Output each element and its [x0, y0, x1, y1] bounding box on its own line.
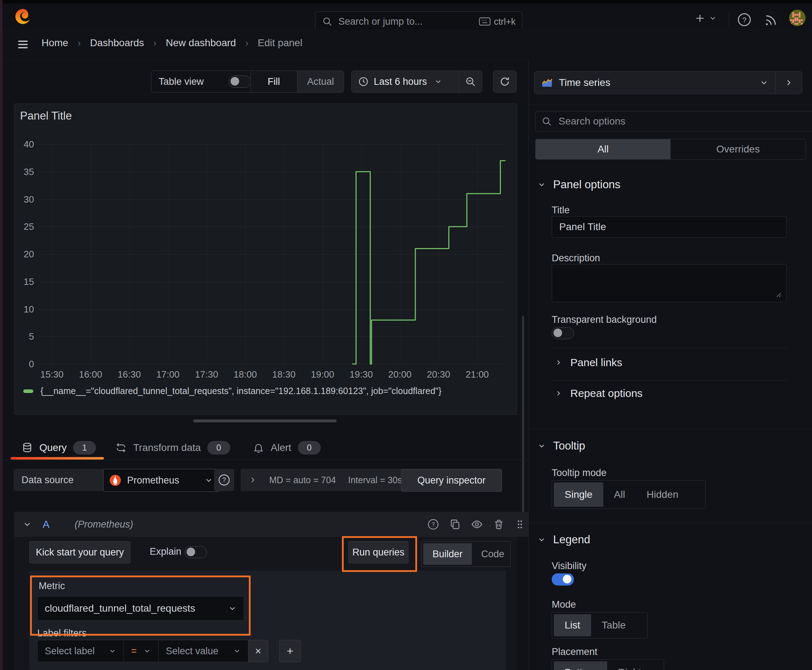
- run-queries-button[interactable]: Run queries: [348, 541, 409, 563]
- breadcrumb: Home › Dashboards › New dashboard › Edit…: [42, 37, 302, 49]
- legend-visibility-toggle[interactable]: [552, 574, 574, 585]
- tab-query[interactable]: Query 1: [22, 441, 96, 455]
- options-search[interactable]: [535, 111, 812, 132]
- description-textarea[interactable]: [552, 264, 787, 302]
- panel-options-header: Panel options: [553, 178, 620, 191]
- chevron-right-icon: ›: [243, 37, 251, 49]
- options-search-input[interactable]: [558, 115, 811, 127]
- tab-query-label: Query: [39, 442, 66, 453]
- code-option[interactable]: Code: [472, 543, 514, 565]
- tooltip-section[interactable]: Tooltip: [537, 440, 585, 452]
- tooltip-mode-label: Tooltip mode: [552, 467, 607, 479]
- visualization-select[interactable]: Time series: [534, 71, 775, 94]
- query-datasource-hint: (Prometheus): [75, 519, 133, 530]
- refresh-button[interactable]: [493, 71, 517, 93]
- legend-header: Legend: [553, 533, 590, 546]
- chevron-down-icon: [434, 78, 442, 86]
- pane-resize-handle[interactable]: [193, 420, 337, 422]
- title-label: Title: [552, 205, 570, 216]
- chevron-down-icon: [759, 78, 769, 87]
- breadcrumb-dashboards[interactable]: Dashboards: [90, 37, 144, 49]
- explain-label: Explain: [150, 546, 181, 557]
- panel-title-input[interactable]: [552, 216, 787, 238]
- tab-alert-label: Alert: [271, 442, 292, 453]
- hairline: [552, 380, 787, 381]
- tooltip-mode-all[interactable]: All: [603, 482, 636, 507]
- panel-preview-card: Panel Title 051015202530354015:3016:0016…: [14, 103, 517, 415]
- left-pane-scrollbar[interactable]: [522, 316, 524, 530]
- grafana-logo[interactable]: [14, 8, 32, 25]
- resize-grip-icon: [775, 291, 784, 298]
- add-button[interactable]: [694, 12, 717, 24]
- select-label-dropdown[interactable]: Select label: [37, 640, 124, 662]
- legend-placement-right[interactable]: Right: [607, 662, 652, 670]
- remove-filter-button[interactable]: ×: [248, 640, 268, 662]
- options-filter-tabs: All Overrides: [535, 139, 806, 160]
- eye-icon[interactable]: [471, 518, 483, 530]
- kick-start-query-button[interactable]: Kick start your query: [29, 541, 131, 563]
- search-icon: [541, 116, 552, 127]
- shortcut-hint: ctrl+k: [479, 17, 515, 27]
- sidebar-divider: [529, 105, 812, 105]
- tooltip-mode-hidden[interactable]: Hidden: [636, 482, 689, 507]
- tab-transform[interactable]: Transform data 0: [115, 441, 230, 455]
- metric-select[interactable]: cloudflared_tunnel_total_requests: [37, 596, 244, 621]
- global-search[interactable]: ctrl+k: [315, 12, 522, 32]
- panel-options-section[interactable]: Panel options: [537, 178, 620, 191]
- hairline: [552, 348, 787, 348]
- add-filter-button[interactable]: +: [279, 640, 301, 662]
- time-range-picker[interactable]: Last 6 hours: [352, 71, 459, 92]
- chevron-down-icon[interactable]: [22, 520, 32, 529]
- drag-handle-icon[interactable]: [514, 519, 525, 530]
- help-button[interactable]: ?: [737, 12, 752, 27]
- legend-series-label[interactable]: {__name__="cloudflared_tunnel_total_requ…: [41, 386, 441, 396]
- breadcrumb-new-dashboard[interactable]: New dashboard: [166, 37, 236, 49]
- top-navbar: ctrl+k ?: [0, 3, 812, 30]
- repeat-options-section[interactable]: Repeat options: [554, 387, 642, 399]
- tab-alert[interactable]: Alert 0: [253, 441, 321, 455]
- visualization-picker: Time series: [534, 71, 802, 94]
- fill-option[interactable]: Fill: [251, 71, 298, 92]
- panel-links-section[interactable]: Panel links: [554, 357, 622, 369]
- window-left-strip: [0, 0, 2, 670]
- chevron-down-icon: [204, 476, 213, 485]
- keyboard-icon: [479, 17, 490, 26]
- table-view-control: Table view: [151, 71, 257, 93]
- select-value-dropdown[interactable]: Select value: [158, 640, 249, 662]
- datasource-help-button[interactable]: ?: [214, 469, 234, 491]
- query-tabbar: Query 1 Transform data 0 Alert 0: [0, 436, 529, 460]
- tab-all[interactable]: All: [536, 139, 671, 159]
- transparent-bg-label: Transparent background: [552, 314, 657, 325]
- duplicate-icon[interactable]: [449, 519, 461, 530]
- legend-section[interactable]: Legend: [537, 533, 590, 546]
- user-avatar[interactable]: [789, 10, 805, 26]
- table-view-toggle[interactable]: [229, 76, 251, 88]
- breadcrumb-home[interactable]: Home: [42, 37, 68, 49]
- chevron-down-icon: [537, 442, 546, 450]
- time-series-chart[interactable]: 051015202530354015:3016:0016:3017:0017:3…: [14, 104, 517, 415]
- news-rss-button[interactable]: [763, 13, 778, 27]
- help-icon[interactable]: ?: [427, 518, 439, 530]
- datasource-picker[interactable]: Prometheus: [103, 469, 219, 492]
- legend-placement-bottom[interactable]: Bottom: [554, 662, 607, 670]
- operator-dropdown[interactable]: =: [124, 640, 159, 662]
- builder-option[interactable]: Builder: [423, 543, 472, 565]
- tooltip-mode-single[interactable]: Single: [554, 482, 603, 507]
- transparent-bg-toggle[interactable]: [552, 327, 574, 339]
- legend-mode-table[interactable]: Table: [591, 614, 637, 636]
- legend-mode-label: Mode: [552, 599, 576, 610]
- legend-mode-list[interactable]: List: [554, 614, 591, 636]
- explain-toggle[interactable]: [185, 546, 207, 558]
- breadcrumb-edit-panel: Edit panel: [258, 37, 303, 49]
- tab-overrides[interactable]: Overrides: [671, 139, 805, 159]
- trash-icon[interactable]: [493, 519, 504, 530]
- window-top-strip: [0, 0, 812, 3]
- actual-option[interactable]: Actual: [298, 71, 344, 92]
- zoom-out-button[interactable]: [459, 71, 482, 92]
- toggle-viz-suggestions-button[interactable]: [775, 71, 802, 94]
- menu-toggle[interactable]: [17, 38, 29, 51]
- tab-transform-count: 0: [207, 441, 230, 455]
- query-row-header[interactable]: A (Prometheus) ?: [14, 512, 534, 537]
- search-input[interactable]: [337, 16, 474, 27]
- query-inspector-button[interactable]: Query inspector: [401, 469, 502, 492]
